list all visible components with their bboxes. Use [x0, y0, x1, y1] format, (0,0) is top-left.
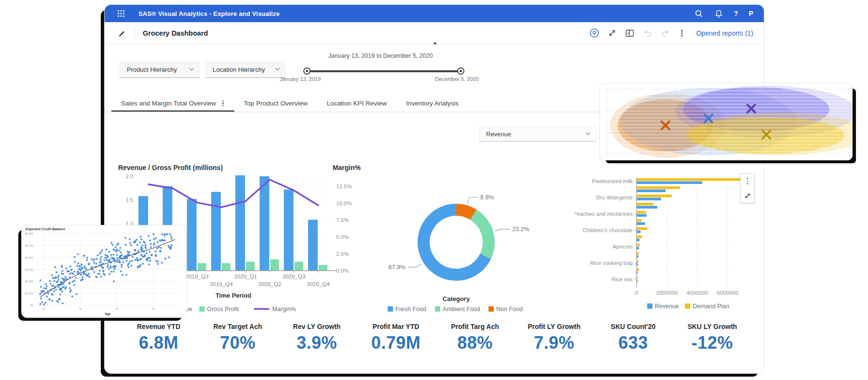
product-hierarchy-label: Product Hierarchy	[127, 66, 177, 73]
tab-sales-and-margin-total-overview[interactable]: Sales and Margin Total Overview	[111, 96, 234, 112]
svg-text:Pasteurized milk: Pasteurized milk	[592, 178, 633, 184]
toolbar-divider	[135, 27, 135, 39]
tab-top-product-overview[interactable]: Top Product Overview	[234, 96, 317, 112]
report-toolbar: Grocery Dashboard	[105, 22, 764, 44]
more-kebab-icon[interactable]	[678, 29, 685, 38]
insights-icon[interactable]	[589, 28, 599, 38]
kpi-label: Revenue YTD	[119, 323, 198, 330]
donut-chart[interactable]: 8.9%23.2%67.9%CategoryFresh FoodAmbient …	[375, 173, 577, 318]
kpi-value: 633	[594, 333, 673, 353]
svg-text:10.0%: 10.0%	[336, 200, 352, 206]
chart-menu-kebab-icon[interactable]	[741, 174, 754, 188]
chevron-down-icon	[275, 66, 280, 71]
svg-text:7.5%: 7.5%	[336, 217, 349, 223]
kpi-card[interactable]: Profit LY Growth7.9%	[515, 323, 594, 353]
svg-text:Margin%: Margin%	[333, 164, 361, 171]
chevron-down-icon	[190, 66, 194, 71]
svg-text:2.0: 2.0	[126, 173, 133, 179]
svg-text:5.0%: 5.0%	[336, 234, 349, 240]
svg-text:$4,000: $4,000	[25, 256, 33, 259]
svg-text:12.5%: 12.5%	[336, 183, 352, 189]
svg-text:2020_Q3: 2020_Q3	[283, 274, 305, 279]
app-switcher-icon[interactable]	[117, 10, 125, 17]
tab-label: Inventory Analysis	[406, 100, 459, 107]
svg-text:Time Period: Time Period	[216, 292, 251, 299]
kpi-label: Profit Mar YTD	[356, 323, 435, 330]
location-hierarchy-label: Location Hierarchy	[213, 66, 265, 73]
chart-maximize-icon[interactable]	[741, 188, 754, 203]
tab-label: Sales and Margin Total Overview	[121, 100, 216, 107]
split-panel-icon[interactable]	[625, 29, 635, 38]
screenshot-stage: SAS® Visual Analytics - Explore and Visu…	[0, 0, 868, 380]
date-range-slider[interactable]	[307, 70, 461, 72]
chevron-down-icon	[586, 131, 591, 135]
measure-select[interactable]: Revenue	[479, 127, 596, 142]
svg-text:$1,000: $1,000	[25, 292, 33, 295]
kpi-card[interactable]: Profit Targ Ach88%	[435, 323, 515, 353]
product-hierarchy-dropdown[interactable]: Product Hierarchy	[120, 61, 200, 78]
page-title: Grocery Dashboard	[143, 29, 208, 37]
help-icon[interactable]: ?	[734, 10, 738, 17]
svg-text:Gross Profit: Gross Profit	[207, 306, 239, 313]
redo-icon[interactable]	[661, 28, 670, 38]
kpi-label: Rev LY Growth	[277, 323, 356, 330]
svg-text:Children's chocolate: Children's chocolate	[583, 227, 633, 233]
svg-text:4000000: 4000000	[687, 290, 708, 296]
tab-label: Location KPI Review	[327, 100, 387, 107]
svg-text:Revenue: Revenue	[655, 303, 679, 310]
horizontal-bar-chart[interactable]: Pasteurized milkDry detergentsPeaches an…	[575, 169, 760, 319]
svg-text:2019_Q3: 2019_Q3	[186, 274, 208, 279]
tab-menu-kebab-icon[interactable]	[221, 100, 225, 107]
kpi-card[interactable]: Profit Mar YTD0.79M	[356, 323, 435, 353]
svg-text:2020_Q4: 2020_Q4	[307, 281, 330, 287]
maximize-icon[interactable]	[608, 28, 617, 38]
kpi-value: 88%	[435, 333, 515, 353]
slider-handle-end[interactable]	[457, 67, 464, 75]
app-header: SAS® Visual Analytics - Explore and Visu…	[105, 5, 764, 22]
kpi-card[interactable]: SKU LY Growth-12%	[673, 323, 752, 353]
avatar[interactable]: P	[749, 10, 753, 17]
kpi-card[interactable]: Rev LY Growth3.9%	[277, 323, 356, 353]
location-hierarchy-dropdown[interactable]: Location Hierarchy	[205, 61, 285, 78]
svg-text:6000000: 6000000	[717, 290, 739, 296]
tab-inventory-analysis[interactable]: Inventory Analysis	[396, 96, 468, 112]
svg-text:Rice cooking bag: Rice cooking bag	[590, 260, 633, 266]
svg-text:Fresh Food: Fresh Food	[395, 306, 426, 313]
kpi-value: 3.9%	[277, 333, 356, 353]
svg-text:1.5: 1.5	[126, 197, 133, 203]
svg-text:0.0%: 0.0%	[336, 268, 349, 274]
svg-text:Demand Plan: Demand Plan	[693, 303, 730, 310]
svg-text:Age: Age	[105, 312, 111, 316]
scatter-overlay-card: $0$1,000$2,000$3,000$4,000$5,000$6,00020…	[21, 225, 187, 318]
app-window: SAS® Visual Analytics - Explore and Visu…	[104, 4, 764, 374]
svg-text:40: 40	[79, 307, 82, 310]
svg-text:Rice mix: Rice mix	[611, 276, 633, 282]
svg-text:2019_Q4: 2019_Q4	[210, 281, 233, 287]
collapse-controls-caret[interactable]	[433, 42, 437, 44]
opened-reports-link[interactable]: Opened reports (1)	[696, 29, 753, 37]
svg-text:Category: Category	[443, 295, 470, 302]
tab-label: Top Product Overview	[244, 100, 308, 107]
svg-text:$3,000: $3,000	[25, 268, 33, 271]
kpi-label: SKU LY Growth	[673, 323, 752, 330]
kpi-card[interactable]: Revenue YTD6.8M	[119, 323, 198, 353]
kpi-value: 7.9%	[515, 333, 594, 353]
kpi-value: 0.79M	[356, 333, 435, 353]
kpi-card[interactable]: SKU Count'20633	[594, 323, 673, 353]
tab-location-kpi-review[interactable]: Location KPI Review	[317, 96, 397, 112]
svg-text:2000000: 2000000	[656, 290, 678, 296]
svg-text:$0: $0	[30, 304, 33, 307]
report-tabs: Sales and Margin Total OverviewTop Produ…	[111, 96, 468, 112]
kpi-label: Rev Target Ach	[198, 323, 277, 330]
svg-text:Peaches and nectarines: Peaches and nectarines	[575, 211, 633, 217]
kpi-card[interactable]: Rev Target Ach70%	[198, 323, 277, 353]
edit-pencil-icon[interactable]	[117, 29, 126, 38]
undo-icon[interactable]	[643, 28, 652, 38]
date-range-summary: January 13, 2019 to December 5, 2020	[308, 52, 453, 59]
svg-text:Expected Credit Balance: Expected Credit Balance	[26, 227, 65, 231]
notifications-bell-icon[interactable]	[714, 9, 723, 18]
svg-text:Apricots: Apricots	[612, 244, 633, 249]
slider-handle-start[interactable]	[303, 67, 311, 75]
kpi-label: SKU Count'20	[594, 323, 673, 330]
search-icon[interactable]	[694, 9, 704, 18]
